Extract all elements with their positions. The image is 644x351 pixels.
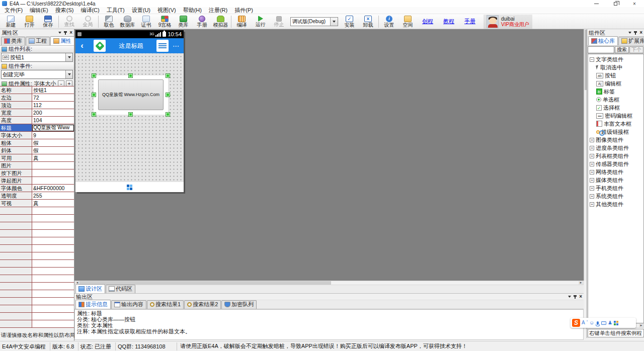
expand-icon[interactable]: + <box>590 194 594 199</box>
menu-edit[interactable]: 编辑(E) <box>26 7 52 14</box>
sogou-logo-icon[interactable]: S <box>572 319 580 327</box>
link-course[interactable]: 创程 <box>422 18 433 25</box>
phone-design-surface[interactable]: QQ皇族馆 Www.Hzgzn.Com <box>75 53 184 182</box>
tree-item-richtext[interactable]: 丰富文本框 <box>588 120 643 128</box>
user-account[interactable]: duibai VIP商业用户 <box>484 15 532 29</box>
tree-item-deselect[interactable]: 取消选中 <box>588 63 643 71</box>
selection-handle[interactable] <box>166 113 170 116</box>
component-event-select[interactable]: 创建完毕 <box>1 70 73 79</box>
toolbar-install-button[interactable]: ✓ 安装 <box>340 14 359 29</box>
toolbar-settings-button[interactable]: i 设置 <box>380 14 398 29</box>
skin-person-icon[interactable]: ♟ <box>608 318 612 327</box>
component-list-dropdown-arrow[interactable] <box>65 53 72 61</box>
tab-design-area[interactable]: 设计区 <box>75 284 105 293</box>
collapse-icon[interactable]: − <box>590 57 594 62</box>
tree-category-listbox[interactable]: + 列表框类组件 <box>588 152 643 160</box>
panel-menu-icon[interactable] <box>58 32 61 35</box>
component-event-dropdown-arrow[interactable] <box>65 70 72 78</box>
selection-handle[interactable] <box>166 93 170 97</box>
tab-core-library[interactable]: 核心库 <box>588 36 618 45</box>
close-panel-icon[interactable]: × <box>639 30 642 35</box>
panel-menu-icon[interactable] <box>568 296 571 299</box>
toolbar-library-button[interactable]: 类库 <box>174 14 193 29</box>
toolbar-compile-button[interactable]: 编译 <box>232 14 251 29</box>
tree-item-button[interactable]: ab 按钮 <box>588 71 643 79</box>
ime-toolbar[interactable]: S A ’ ☺ ♟ <box>571 318 636 328</box>
expand-icon[interactable]: + <box>590 138 594 142</box>
property-row[interactable]: 高度 104 <box>0 117 74 124</box>
expand-icon[interactable]: + <box>590 146 594 150</box>
menu-help[interactable]: 帮助(H) <box>180 7 205 14</box>
toolbar-emulator-button[interactable]: 模拟器 <box>211 14 230 29</box>
designed-button[interactable]: QQ皇族馆 Www.Hzgzn.Com <box>98 79 164 110</box>
pin-icon[interactable] <box>634 31 637 35</box>
tree-category-media[interactable]: + 媒体类组件 <box>588 176 643 184</box>
e4a-logo-icon[interactable] <box>94 40 106 52</box>
tree-item-password[interactable]: ••• 密码编辑框 <box>588 112 643 120</box>
tree-category-progressbar[interactable]: + 进度条类组件 <box>588 144 643 152</box>
scroll-right-arrow[interactable]: ► <box>639 324 643 327</box>
toolbar-manual-button[interactable]: 手册 <box>193 14 211 29</box>
apps-grid-icon[interactable] <box>127 185 132 190</box>
emoji-icon[interactable]: ☺ <box>589 318 594 327</box>
property-row[interactable]: 粗体 假 <box>0 139 74 147</box>
tab-output-content[interactable]: 输出内容 <box>111 300 146 309</box>
selection-handle[interactable] <box>166 74 170 77</box>
tab-encrypt-queue[interactable]: 加密队列 <box>221 300 257 309</box>
property-row[interactable]: 斜体 假 <box>0 147 74 154</box>
menu-search[interactable]: 搜索(S) <box>52 7 77 14</box>
tab-properties[interactable]: 属性 <box>50 36 74 45</box>
microphone-icon[interactable] <box>597 321 599 325</box>
menu-list-icon[interactable] <box>156 40 169 52</box>
tree-category-phone[interactable]: + 手机类组件 <box>588 184 643 192</box>
toolbar-new-button[interactable]: 新建 <box>2 14 20 29</box>
keyboard-icon[interactable] <box>601 321 606 325</box>
component-list-select[interactable]: ab 按钮1 <box>1 53 73 62</box>
build-mode-select[interactable]: 调试版(Debug) <box>290 17 338 26</box>
toolbar-uninstall-button[interactable]: × 卸载 <box>359 14 377 29</box>
component-search-button[interactable]: 搜索 <box>615 46 629 53</box>
property-row[interactable]: 可视 真 <box>0 200 74 207</box>
toolbar-save-button[interactable]: 保存 <box>39 14 57 29</box>
toolbar-ninepatch-button[interactable]: 9宫格 <box>155 14 174 29</box>
title-value-input[interactable] <box>32 125 74 131</box>
expand-icon[interactable]: + <box>590 178 594 183</box>
property-row[interactable]: 图片 <box>0 162 74 169</box>
expand-icon[interactable]: + <box>590 162 594 166</box>
selected-button-outline[interactable]: QQ皇族馆 Www.Hzgzn.Com <box>94 75 168 115</box>
property-row[interactable]: 字体颜色 &HFF000000 <box>0 185 74 192</box>
tree-item-label[interactable]: 标 标签 <box>588 87 643 96</box>
tree-category-system[interactable]: + 系统类组件 <box>588 192 643 200</box>
tree-category-image[interactable]: + 图像类组件 <box>588 136 643 144</box>
tree-category-text[interactable]: − 文字类组件 <box>588 55 643 63</box>
toolbar-certificate-button[interactable]: 证书 <box>137 14 155 29</box>
menu-register[interactable]: 注册(R) <box>205 7 231 14</box>
property-row[interactable]: 顶边 112 <box>0 102 74 109</box>
restore-button[interactable] <box>606 0 625 7</box>
pin-icon[interactable] <box>574 295 577 299</box>
component-search-input[interactable] <box>588 46 614 53</box>
tree-category-other[interactable]: + 其他类组件 <box>588 200 643 208</box>
scroll-right-arrow[interactable]: ► <box>579 281 583 285</box>
tree-category-network[interactable]: + 网络类组件 <box>588 168 643 176</box>
back-chevron-icon[interactable]: ‹ <box>75 39 89 52</box>
property-row[interactable]: 字体大小 9 <box>0 132 74 139</box>
selection-handle[interactable] <box>92 93 96 97</box>
ime-mode-icon[interactable]: A <box>582 318 585 327</box>
menu-plugins[interactable]: 插件(P) <box>231 7 257 14</box>
selection-handle[interactable] <box>129 113 132 116</box>
tab-hint-info[interactable]: 提示信息 <box>75 300 111 309</box>
menu-view[interactable]: 视图(V) <box>154 7 180 14</box>
minimize-button[interactable] <box>587 0 606 7</box>
pin-icon[interactable] <box>64 31 67 35</box>
property-row[interactable]: 按下图片 <box>0 169 74 177</box>
close-panel-icon[interactable]: × <box>579 294 582 299</box>
build-mode-dropdown-arrow[interactable] <box>330 18 338 26</box>
ime-punctuation-icon[interactable]: ’ <box>587 318 588 327</box>
menu-file[interactable]: 文件(F) <box>1 7 26 14</box>
tree-item-checkbox[interactable]: ✓ 选择框 <box>588 104 643 112</box>
overflow-dots-icon[interactable]: ⋯ <box>169 42 184 50</box>
tree-category-sensor[interactable]: + 传感器类组件 <box>588 160 643 168</box>
expand-icon[interactable]: + <box>590 154 594 158</box>
close-panel-icon[interactable]: × <box>69 30 72 35</box>
